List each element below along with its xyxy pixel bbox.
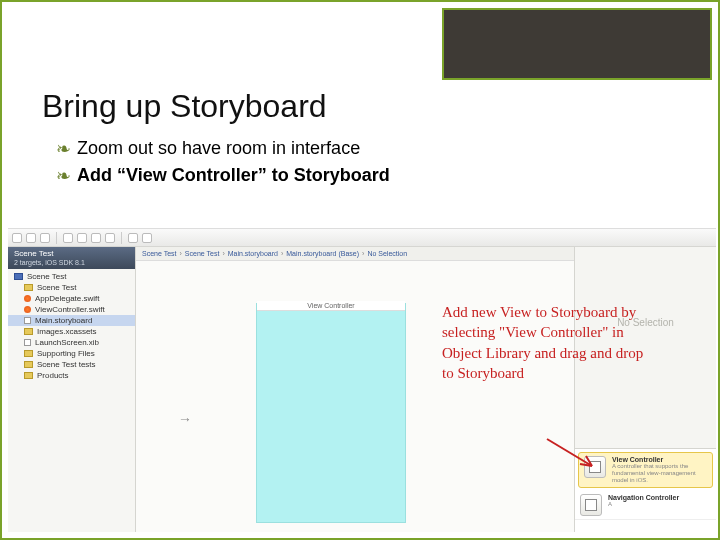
- toolbar-icon[interactable]: [26, 233, 36, 243]
- toolbar-icon[interactable]: [77, 233, 87, 243]
- bullet-glyph-icon: ❧: [56, 167, 71, 185]
- view-controller-icon: [584, 456, 606, 478]
- object-library: View ControllerA controller that support…: [575, 448, 716, 532]
- project-subtitle: 2 targets, iOS SDK 8.1: [14, 259, 129, 267]
- bullet-item: ❧Zoom out so have room in interface: [56, 138, 390, 159]
- view-controller-icon: [580, 494, 602, 516]
- file-icon: [24, 295, 31, 302]
- breadcrumb-separator-icon: ›: [222, 250, 224, 257]
- initial-scene-arrow-icon: →: [178, 411, 192, 427]
- project-tree: Scene TestScene TestAppDelegate.swiftVie…: [8, 269, 135, 383]
- project-tree-label: Scene Test: [37, 283, 76, 292]
- breadcrumb-item[interactable]: Scene Test: [185, 250, 220, 257]
- project-navigator: Scene Test 2 targets, iOS SDK 8.1 Scene …: [8, 247, 136, 532]
- toolbar-divider: [121, 232, 122, 244]
- project-tree-item[interactable]: Images.xcassets: [8, 326, 135, 337]
- folder-icon: [24, 372, 33, 379]
- project-tree-label: Main.storyboard: [35, 316, 92, 325]
- xcode-toolbar: [8, 229, 716, 247]
- project-tree-label: AppDelegate.swift: [35, 294, 99, 303]
- bullet-text: Zoom out so have room in interface: [77, 138, 360, 159]
- toolbar-divider: [56, 232, 57, 244]
- view-controller-scene[interactable]: View Controller: [256, 303, 406, 523]
- breadcrumb-separator-icon: ›: [281, 250, 283, 257]
- project-tree-item[interactable]: Scene Test: [8, 271, 135, 282]
- slide-container: Bring up Storyboard ❧Zoom out so have ro…: [0, 0, 720, 540]
- breadcrumb-item[interactable]: Main.storyboard (Base): [286, 250, 359, 257]
- object-library-desc: A controller that supports the fundament…: [612, 463, 707, 484]
- folder-icon: [24, 361, 33, 368]
- folder-icon: [24, 350, 33, 357]
- project-name: Scene Test: [14, 249, 129, 259]
- project-tree-item[interactable]: AppDelegate.swift: [8, 293, 135, 304]
- folder-icon: [14, 273, 23, 280]
- slide-bullet-list: ❧Zoom out so have room in interface❧Add …: [56, 138, 390, 192]
- project-tree-item[interactable]: Main.storyboard: [8, 315, 135, 326]
- project-tree-item[interactable]: ViewController.swift: [8, 304, 135, 315]
- project-tree-item[interactable]: LaunchScreen.xib: [8, 337, 135, 348]
- breadcrumb-item[interactable]: Main.storyboard: [228, 250, 278, 257]
- breadcrumb-item[interactable]: Scene Test: [142, 250, 177, 257]
- bullet-item: ❧Add “View Controller” to Storyboard: [56, 165, 390, 186]
- toolbar-icon[interactable]: [142, 233, 152, 243]
- project-tree-label: Products: [37, 371, 69, 380]
- breadcrumb-separator-icon: ›: [180, 250, 182, 257]
- toolbar-icon[interactable]: [40, 233, 50, 243]
- breadcrumb-bar[interactable]: Scene Test›Scene Test›Main.storyboard›Ma…: [136, 247, 576, 261]
- object-library-item[interactable]: Navigation ControllerA: [575, 491, 716, 520]
- file-icon: [24, 306, 31, 313]
- view-controller-label: View Controller: [257, 301, 405, 311]
- project-heading[interactable]: Scene Test 2 targets, iOS SDK 8.1: [8, 247, 135, 269]
- folder-icon: [24, 328, 33, 335]
- annotation-text: Add new View to Storyboard by selecting …: [442, 302, 652, 383]
- breadcrumb-item[interactable]: No Selection: [367, 250, 407, 257]
- bullet-text: Add “View Controller” to Storyboard: [77, 165, 390, 186]
- toolbar-icon[interactable]: [105, 233, 115, 243]
- project-tree-label: ViewController.swift: [35, 305, 105, 314]
- file-icon: [24, 339, 31, 346]
- breadcrumb-separator-icon: ›: [362, 250, 364, 257]
- toolbar-icon[interactable]: [128, 233, 138, 243]
- project-tree-item[interactable]: Scene Test tests: [8, 359, 135, 370]
- toolbar-icon[interactable]: [91, 233, 101, 243]
- object-library-desc: A: [608, 501, 679, 508]
- toolbar-icon[interactable]: [12, 233, 22, 243]
- project-tree-label: Scene Test tests: [37, 360, 96, 369]
- toolbar-icon[interactable]: [63, 233, 73, 243]
- project-tree-label: Images.xcassets: [37, 327, 97, 336]
- slide-decorative-band: [442, 8, 712, 80]
- project-tree-item[interactable]: Supporting Files: [8, 348, 135, 359]
- object-library-name: Navigation Controller: [608, 494, 679, 501]
- project-tree-label: LaunchScreen.xib: [35, 338, 99, 347]
- bullet-glyph-icon: ❧: [56, 140, 71, 158]
- inspector-panel: No Selection View ControllerA controller…: [574, 247, 716, 532]
- slide-title: Bring up Storyboard: [42, 88, 327, 125]
- project-tree-label: Supporting Files: [37, 349, 95, 358]
- project-tree-label: Scene Test: [27, 272, 66, 281]
- file-icon: [24, 317, 31, 324]
- object-library-name: View Controller: [612, 456, 707, 463]
- object-library-item[interactable]: View ControllerA controller that support…: [578, 452, 713, 488]
- folder-icon: [24, 284, 33, 291]
- project-tree-item[interactable]: Scene Test: [8, 282, 135, 293]
- project-tree-item[interactable]: Products: [8, 370, 135, 381]
